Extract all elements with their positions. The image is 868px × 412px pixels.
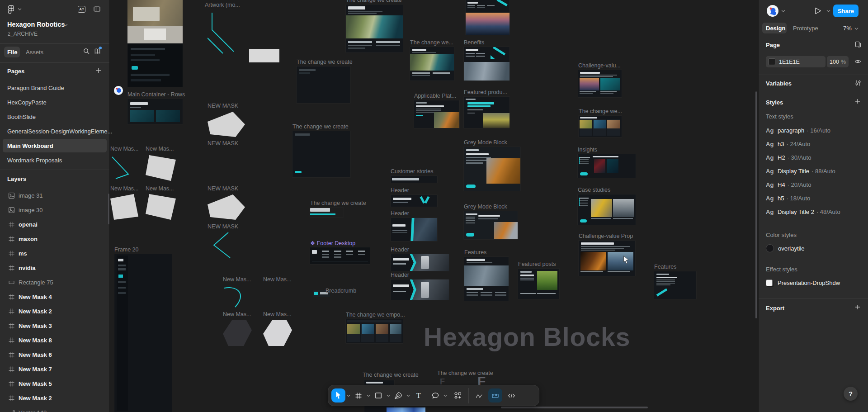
- canvas[interactable]: Hexagon Blocks Main Container - RowsFram…: [0, 0, 868, 412]
- page-color-swatch[interactable]: [769, 58, 775, 65]
- frame-tool-button[interactable]: [352, 388, 365, 403]
- tab-design[interactable]: Design: [766, 25, 785, 32]
- present-play-icon[interactable]: [813, 6, 823, 16]
- add-page-icon[interactable]: [95, 67, 102, 74]
- user-avatar[interactable]: [767, 5, 778, 17]
- canvas-frame[interactable]: [391, 254, 449, 271]
- frame-label[interactable]: The change we create: [310, 200, 366, 206]
- layer-row[interactable]: New Mask 8: [0, 333, 109, 347]
- frame-label[interactable]: Features: [654, 264, 676, 270]
- frame-label[interactable]: The change we...: [410, 39, 453, 46]
- frame-label[interactable]: NEW MASK: [208, 185, 238, 192]
- measure-inspect-tool-button[interactable]: [488, 388, 502, 403]
- frame-label[interactable]: Header: [391, 187, 409, 194]
- page-color-field[interactable]: 1E1E1E: [766, 56, 826, 67]
- shape-tool-chevron-icon[interactable]: [387, 394, 390, 398]
- canvas-shape-arc[interactable]: [222, 284, 249, 309]
- canvas-shape-hexL[interactable]: [263, 320, 292, 346]
- text-style-row[interactable]: AgH2· 30/Auto: [759, 151, 868, 164]
- page-item[interactable]: Paragon Brand Guide: [0, 81, 109, 95]
- pen-tool-button[interactable]: [392, 388, 405, 403]
- layer-row[interactable]: image 30: [0, 203, 109, 217]
- layer-row[interactable]: ms: [0, 246, 109, 260]
- canvas-frame[interactable]: [578, 154, 636, 178]
- variables-adjust-icon[interactable]: [855, 80, 861, 86]
- frame-label[interactable]: Featured produ...: [464, 89, 507, 95]
- pen-tool-chevron-icon[interactable]: [406, 394, 410, 398]
- frame-label[interactable]: New Mas...: [110, 146, 139, 152]
- frame-label[interactable]: New Mas...: [263, 311, 292, 317]
- dev-mode-code-icon[interactable]: [505, 388, 518, 403]
- canvas-frame[interactable]: [391, 176, 437, 183]
- frame-label[interactable]: Featured posts: [518, 261, 556, 267]
- frame-label[interactable]: The change we...: [579, 108, 622, 114]
- layer-row[interactable]: maxon: [0, 232, 109, 246]
- layer-row[interactable]: New Mask 2: [0, 391, 109, 405]
- canvas-frame[interactable]: [346, 319, 403, 343]
- canvas-frame[interactable]: [654, 271, 696, 299]
- zoom-level[interactable]: 7%: [843, 25, 852, 32]
- frame-label[interactable]: Header: [391, 210, 409, 217]
- canvas-frame[interactable]: [297, 66, 350, 103]
- frame-label[interactable]: The change we create: [292, 123, 349, 130]
- collaborator-avatar[interactable]: [114, 86, 123, 95]
- frame-label[interactable]: New Mas...: [263, 276, 292, 283]
- layer-row[interactable]: New Mask 7: [0, 362, 109, 376]
- canvas-frame[interactable]: [387, 407, 425, 412]
- canvas-frame[interactable]: [466, 0, 509, 35]
- canvas-shape-lines1[interactable]: [208, 13, 238, 54]
- share-button[interactable]: Share: [833, 5, 859, 17]
- canvas-frame[interactable]: [391, 195, 437, 207]
- layer-row[interactable]: New Mask 5: [0, 376, 109, 391]
- add-style-icon[interactable]: [854, 98, 861, 104]
- color-style-row[interactable]: overlaytile: [759, 242, 868, 255]
- layer-row[interactable]: New Mask 3: [0, 318, 109, 333]
- canvas-frame[interactable]: [518, 269, 559, 299]
- canvas-shape-poly1[interactable]: [146, 194, 176, 220]
- frame-label[interactable]: Header: [391, 272, 409, 278]
- layer-row[interactable]: New Mask 6: [0, 347, 109, 362]
- file-name[interactable]: Hexagon Robotics: [7, 21, 65, 28]
- file-name-chevron-icon[interactable]: [64, 23, 68, 27]
- canvas-shape-poly3[interactable]: [208, 194, 245, 220]
- frame-label[interactable]: Main Container - Rows: [127, 91, 185, 98]
- present-chevron-icon[interactable]: [826, 9, 830, 13]
- frame-label[interactable]: Grey Mode Block: [464, 139, 507, 146]
- layer-row[interactable]: nvidia: [0, 260, 109, 275]
- tab-prototype[interactable]: Prototype: [793, 25, 818, 32]
- canvas-frame[interactable]: [464, 97, 509, 128]
- page-opacity-field[interactable]: 100 %: [827, 56, 849, 67]
- canvas-frame[interactable]: [346, 5, 403, 52]
- move-tool-button[interactable]: [331, 388, 345, 403]
- canvas-frame[interactable]: [114, 254, 172, 412]
- zoom-chevron-icon[interactable]: [854, 27, 859, 30]
- canvas-frame[interactable]: [578, 70, 622, 97]
- page-opacity-value[interactable]: 100: [830, 59, 839, 65]
- frame-label[interactable]: Applicable Plat...: [414, 93, 456, 99]
- toggle-sidebar-icon[interactable]: [93, 5, 101, 13]
- library-icon[interactable]: [94, 47, 101, 55]
- frame-label[interactable]: Frame 20: [114, 246, 139, 253]
- canvas-frame[interactable]: [410, 47, 454, 81]
- add-export-icon[interactable]: [854, 304, 861, 310]
- canvas-frame[interactable]: [310, 208, 344, 217]
- frame-label[interactable]: The change we create: [363, 372, 419, 378]
- avatar-chevron-icon[interactable]: [781, 9, 785, 13]
- frame-label[interactable]: NEW MASK: [208, 103, 238, 109]
- layer-row[interactable]: New Mask 2: [0, 304, 109, 318]
- frame-label[interactable]: Benefits: [464, 39, 484, 46]
- canvas-shape-poly2[interactable]: [110, 194, 138, 220]
- component-label[interactable]: ❖ Footer Desktop: [310, 240, 355, 246]
- page-item-selected[interactable]: Main Workboard: [0, 138, 109, 153]
- layer-row[interactable]: New Mask 4: [0, 289, 109, 304]
- text-tool-button[interactable]: T: [411, 388, 426, 403]
- help-button[interactable]: ?: [844, 387, 858, 401]
- text-style-row[interactable]: AgH4· 20/Auto: [759, 178, 868, 191]
- canvas-frame[interactable]: [127, 0, 183, 87]
- canvas-shape-hexD[interactable]: [223, 320, 252, 346]
- canvas-shape-lines2[interactable]: [210, 232, 237, 259]
- page-section-header[interactable]: Page: [766, 42, 780, 48]
- layer-row[interactable]: image 31: [0, 188, 109, 203]
- frame-label[interactable]: Breadcrumb: [326, 288, 356, 294]
- canvas-frame[interactable]: [414, 100, 459, 128]
